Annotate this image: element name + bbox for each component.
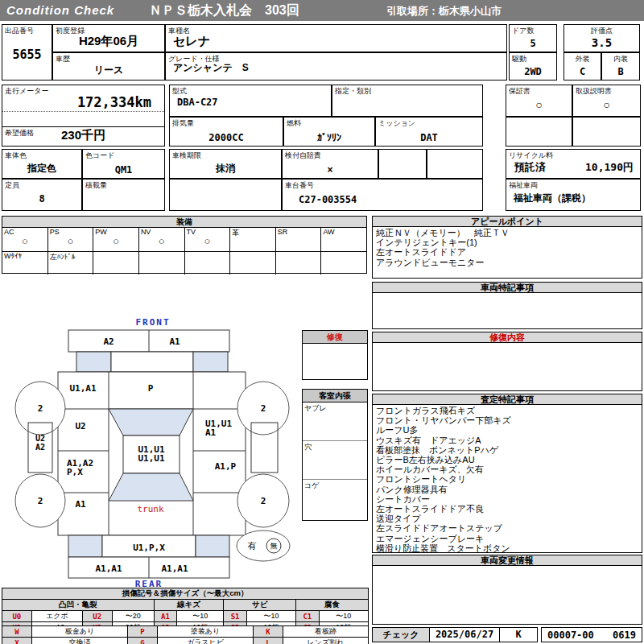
load-label: 積載量	[85, 180, 107, 191]
equipment-leather: 革	[229, 228, 275, 251]
windshield	[109, 409, 193, 436]
equipment-leather-label: 革	[232, 228, 239, 238]
first-registration-value: H29年06月	[53, 34, 164, 49]
repair-content-header: 修復内容	[372, 332, 642, 343]
interior-grade-label: 内装	[602, 54, 639, 64]
spare-have-label: 有	[248, 541, 257, 551]
fuel-value: ｶﾞｿﾘﾝ	[284, 132, 374, 143]
equipment-sr-label: SR	[278, 228, 288, 236]
grade-value: アンシャンテ S	[166, 61, 506, 75]
model-code-value: DBA-C27	[170, 97, 331, 108]
legend-code: W	[2, 626, 32, 638]
sill-left-code-2: A2	[35, 443, 45, 452]
recycle-status: 預託済	[514, 160, 546, 175]
class-cell: 指定・類別	[332, 85, 483, 117]
legend-code: P	[128, 626, 158, 638]
repair-mini-box: 修復	[302, 330, 368, 380]
insurance-cell: 検付自賠責 ×	[282, 149, 378, 179]
lot-number-value: 5655	[2, 47, 52, 62]
transmission-label: ミッション	[378, 118, 415, 129]
welfare-label: 福祉車両	[509, 180, 538, 191]
drive-cell: 駆動 2WD	[509, 52, 557, 80]
chassis-value: C27-003554	[283, 194, 482, 205]
sill-left-code-1: U2	[35, 434, 45, 443]
inspection-cell: 車検期限 抹消	[169, 149, 282, 179]
equipment-extra-7	[275, 252, 321, 275]
wheel-rear-right-count: 2	[261, 496, 266, 506]
equipment-title: 装備	[2, 217, 366, 228]
equipment-nv-mark: ○	[139, 235, 184, 247]
chassis-cell: 車台番号 C27-003554	[282, 179, 483, 211]
rear-bumper-right-code: A1,A1	[161, 564, 188, 574]
interior-lining-title: 客室内張	[303, 390, 367, 402]
odometer-price-cell: 走行メーター 172,334km 希望価格 230千円	[2, 85, 165, 147]
capacity-label: 定員	[5, 180, 19, 191]
equipment-tv-mark: ○	[185, 235, 230, 247]
insurance-value: ×	[283, 164, 378, 175]
color-code-value: QM1	[83, 164, 164, 175]
interior-row-hole: 穴	[303, 441, 367, 480]
legend-title: 損傷記号＆損傷サイズ（〜最大cm）	[2, 588, 369, 600]
score-label: 評価点	[564, 26, 639, 36]
document-number: 00007-00	[547, 630, 594, 641]
equipment-pw: PW○	[93, 228, 138, 251]
equipment-extra-5	[184, 252, 230, 275]
legend-desc: エクボ	[31, 611, 82, 622]
interior-lining-box: 客室内張 ヤブレ 穴 コゲ	[302, 389, 368, 521]
check-date: 2025/06/27	[430, 628, 500, 642]
pickup-location: 引取場所：栃木県小山市	[386, 4, 502, 19]
check-label: チェック	[373, 628, 430, 642]
front-bumper-right-code: A1	[169, 336, 180, 347]
exterior-grade-label: 外装	[564, 54, 601, 64]
equipment-ps: PS○	[47, 228, 93, 251]
legend-group-dents: 凸凹・亀裂	[2, 600, 155, 611]
empty-cell	[506, 117, 572, 147]
legend-code: X	[2, 638, 32, 644]
lot-number-cell: 出品番号 5655	[2, 24, 52, 80]
displacement-label: 排気量	[172, 118, 194, 129]
auction-title: ＮＰＳ栃木入札会 303回	[149, 2, 299, 19]
legend-group-rust: サビ	[224, 600, 296, 611]
rear-left-quarter-code-2: P,X	[67, 467, 83, 477]
score-value: 3.5	[564, 36, 639, 49]
odometer-value: 172,334km	[77, 94, 151, 110]
change-info-body	[372, 566, 642, 625]
legend-desc: 塗装あり	[157, 626, 253, 638]
legend-code: C1	[296, 611, 320, 622]
equipment-extra-4	[138, 252, 184, 275]
legend-code: U2	[82, 611, 112, 622]
doors-value: 5	[510, 38, 556, 49]
exterior-grade-cell: 外装 C	[564, 52, 601, 80]
assessment-notes-header: 査定特記事項	[372, 394, 642, 405]
title-bar: Condition Check ＮＰＳ栃木入札会 303回 引取場所：栃木県小山…	[0, 0, 644, 21]
displacement-value: 2000CC	[170, 132, 283, 143]
capacity-value: 8	[2, 193, 81, 204]
lot-number-label: 出品番号	[5, 26, 34, 36]
class-label: 指定・類別	[335, 86, 371, 97]
divider-dotted	[2, 111, 164, 112]
equipment-extra-1-label: Wﾀｲﾔ	[4, 252, 22, 260]
brand-logo: Condition Check	[6, 3, 114, 17]
legend-desc: レンズ割れ	[283, 638, 368, 644]
exterior-grade-value: C	[564, 66, 601, 77]
price-value: 230千円	[2, 128, 164, 143]
interior-grade-value: B	[602, 66, 639, 77]
repair-mini-title: 修復	[303, 331, 367, 344]
displacement-cell: 排気量 2000CC	[169, 117, 283, 147]
welfare-value: 福祉車両（課税）	[506, 192, 640, 205]
body-color-cell: 車体色 指定色	[2, 149, 82, 179]
trunk-label: trunk	[137, 504, 163, 514]
appeal-points-header: アピールポイント	[372, 216, 642, 227]
score-cell: 評価点 3.5	[564, 24, 640, 52]
legend-desc: 〜10	[246, 611, 295, 622]
warranty-label: 保証書	[509, 86, 530, 97]
empty-cell	[169, 179, 282, 211]
load-cell: 積載量	[82, 179, 165, 211]
body-color-value: 指定色	[2, 162, 81, 175]
fuel-cell: 燃料 ｶﾞｿﾘﾝ	[283, 117, 375, 147]
transmission-cell: ミッション DAT	[375, 117, 483, 147]
divider-solid	[2, 126, 164, 127]
repair-content-body	[372, 343, 642, 391]
model-name-value: セレナ	[166, 34, 506, 49]
equipment-extra-1: Wﾀｲﾔ	[2, 252, 47, 275]
